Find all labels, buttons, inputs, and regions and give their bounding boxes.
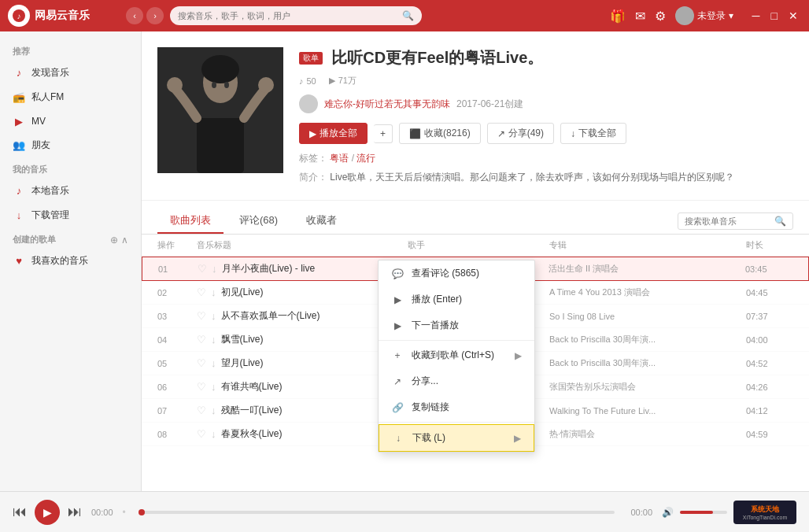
tab-collectors[interactable]: 收藏者 xyxy=(294,209,349,234)
song-album-3[interactable]: So I Sing 08 Live xyxy=(549,312,746,321)
context-menu-share[interactable]: ↗ 分享... xyxy=(379,368,534,394)
song-album-8[interactable]: 热·情演唱会 xyxy=(549,428,746,440)
context-menu-download[interactable]: ↓ 下载 (L) ▶ xyxy=(379,424,534,452)
add-playlist-icon[interactable]: ⊕ xyxy=(110,235,118,246)
context-download-label: 下载 (L) xyxy=(412,431,445,445)
like-icon-3[interactable]: ♡ xyxy=(197,310,206,322)
song-album-1[interactable]: 活出生命 II 演唱会 xyxy=(549,263,745,275)
sidebar-item-local[interactable]: ♪ 本地音乐 xyxy=(0,179,141,203)
download-icon-8[interactable]: ↓ xyxy=(211,428,216,440)
song-album-2[interactable]: A Time 4 You 2013 演唱会 xyxy=(549,286,746,298)
collect-label: 收藏(8216) xyxy=(424,127,471,140)
like-icon-1[interactable]: ♡ xyxy=(198,263,207,275)
mail-icon[interactable]: ✉ xyxy=(635,9,645,24)
download-icon-2[interactable]: ↓ xyxy=(211,286,216,298)
gift-icon[interactable]: 🎁 xyxy=(610,9,626,24)
tab-comments[interactable]: 评论(68) xyxy=(227,209,290,234)
next-button[interactable]: ⏭ xyxy=(68,504,82,520)
like-icon-2[interactable]: ♡ xyxy=(197,286,206,298)
context-menu-comment[interactable]: 💬 查看评论 (5865) xyxy=(379,260,534,286)
download-icon-1[interactable]: ↓ xyxy=(212,263,217,275)
song-name-4[interactable]: 飘雪(Live) xyxy=(221,333,264,346)
share-button[interactable]: ↗ 分享(49) xyxy=(487,123,554,144)
add-icon: + xyxy=(380,128,386,139)
song-search-input[interactable] xyxy=(685,216,771,226)
play-button[interactable]: ▶ xyxy=(35,500,60,525)
collapse-icon[interactable]: ∧ xyxy=(121,235,128,246)
song-album-4[interactable]: Back to Priscilla 30周年演... xyxy=(549,334,746,345)
add-to-queue-button[interactable]: + xyxy=(374,124,393,143)
context-menu-collect[interactable]: + 收藏到歌单 (Ctrl+S) ▶ xyxy=(379,342,534,368)
song-name-7[interactable]: 残酷一叮(Live) xyxy=(221,404,283,417)
creator-name[interactable]: 难忘你-好听过若无其事无韵味 xyxy=(324,98,450,111)
song-title-cell: ♡ ↓ 从不喜欢孤单一个(Live) xyxy=(197,309,408,323)
song-album-5[interactable]: Back to Priscilla 30周年演... xyxy=(549,357,746,369)
back-button[interactable]: ‹ xyxy=(126,7,143,24)
download-icon-4[interactable]: ↓ xyxy=(211,334,216,345)
current-time: 00:00 xyxy=(91,508,113,517)
song-name-5[interactable]: 望月(Live) xyxy=(221,357,264,370)
download-icon-7[interactable]: ↓ xyxy=(211,405,216,416)
song-name-6[interactable]: 有谁共鸣(Live) xyxy=(221,380,283,393)
fm-icon: 📻 xyxy=(13,91,25,104)
mv-icon: ▶ xyxy=(13,115,25,127)
forward-button[interactable]: › xyxy=(146,7,164,24)
volume-icon[interactable]: 🔊 xyxy=(662,507,674,518)
volume-bar[interactable] xyxy=(680,511,727,514)
prev-button[interactable]: ⏮ xyxy=(13,504,27,520)
sidebar-item-discover[interactable]: ♪ 发现音乐 xyxy=(0,61,141,85)
search-bar[interactable]: 🔍 xyxy=(170,6,422,25)
tab-search[interactable]: 🔍 xyxy=(678,212,793,230)
sidebar-item-liked[interactable]: ♥ 我喜欢的音乐 xyxy=(0,249,141,273)
maximize-button[interactable]: □ xyxy=(768,9,781,22)
tag-cantonese[interactable]: 粤语 xyxy=(330,153,349,164)
play-all-button[interactable]: ▶ 播放全部 xyxy=(299,123,368,144)
close-button[interactable]: ✕ xyxy=(785,9,801,22)
collect-button[interactable]: ⬛ 收藏(8216) xyxy=(399,123,481,144)
recommend-label: 推荐 xyxy=(0,39,141,61)
like-icon-6[interactable]: ♡ xyxy=(197,381,206,393)
download-icon-6[interactable]: ↓ xyxy=(211,381,216,393)
play-icon-ctx: ▶ xyxy=(391,294,404,305)
song-duration-8: 04:59 xyxy=(746,430,793,439)
song-name-2[interactable]: 初见(Live) xyxy=(221,286,264,299)
collect-icon: ⬛ xyxy=(409,128,421,139)
sidebar-fm-label: 私人FM xyxy=(31,91,64,104)
context-sep-2 xyxy=(379,422,534,423)
tag-pop[interactable]: 流行 xyxy=(356,153,375,164)
song-name-1[interactable]: 月半小夜曲(Live) - live xyxy=(222,262,316,275)
song-num-cell: 08 xyxy=(157,430,197,439)
sidebar-discover-label: 发现音乐 xyxy=(31,66,69,79)
search-icon: 🔍 xyxy=(402,10,414,21)
cover-image xyxy=(157,47,283,173)
like-icon-4[interactable]: ♡ xyxy=(197,334,206,345)
song-album-7[interactable]: Walking To The Future Liv... xyxy=(549,406,746,416)
sidebar-download-label: 下载管理 xyxy=(31,209,69,222)
like-icon-7[interactable]: ♡ xyxy=(197,405,206,416)
user-area[interactable]: 未登录 ▾ xyxy=(675,6,733,25)
context-sep-1 xyxy=(379,340,534,341)
sidebar-item-friends[interactable]: 👥 朋友 xyxy=(0,133,141,157)
sidebar-item-mv[interactable]: ▶ MV xyxy=(0,109,141,133)
download-icon-5[interactable]: ↓ xyxy=(211,357,216,369)
download-all-button[interactable]: ↓ 下载全部 xyxy=(560,123,626,144)
song-album-6[interactable]: 张国荣告别乐坛演唱会 xyxy=(549,381,746,393)
settings-icon[interactable]: ⚙ xyxy=(655,9,666,24)
like-icon-5[interactable]: ♡ xyxy=(197,357,206,369)
content-area: 歌单 比听CD更有Feel的粤语Live。 ♪ 50 ▶ 71万 难忘你-好听过… xyxy=(142,31,809,491)
player-right: 🔊 系统天地 XiTongTianDi.com xyxy=(662,501,796,524)
song-name-3[interactable]: 从不喜欢孤单一个(Live) xyxy=(221,309,320,323)
sidebar-item-download[interactable]: ↓ 下载管理 xyxy=(0,203,141,227)
search-input[interactable] xyxy=(178,11,397,20)
context-menu-copy[interactable]: 🔗 复制链接 xyxy=(379,394,534,420)
download-icon-3[interactable]: ↓ xyxy=(211,310,216,322)
like-icon-8[interactable]: ♡ xyxy=(197,428,206,440)
tab-songlist[interactable]: 歌曲列表 xyxy=(157,209,223,234)
progress-bar[interactable] xyxy=(142,511,615,514)
minimize-button[interactable]: ─ xyxy=(749,9,763,22)
sidebar-item-fm[interactable]: 📻 私人FM xyxy=(0,85,141,109)
context-menu-next[interactable]: ▶ 下一首播放 xyxy=(379,312,534,338)
share-icon-ctx: ↗ xyxy=(391,376,404,387)
song-name-8[interactable]: 春夏秋冬(Live) xyxy=(221,427,283,441)
context-menu-play[interactable]: ▶ 播放 (Enter) xyxy=(379,286,534,312)
